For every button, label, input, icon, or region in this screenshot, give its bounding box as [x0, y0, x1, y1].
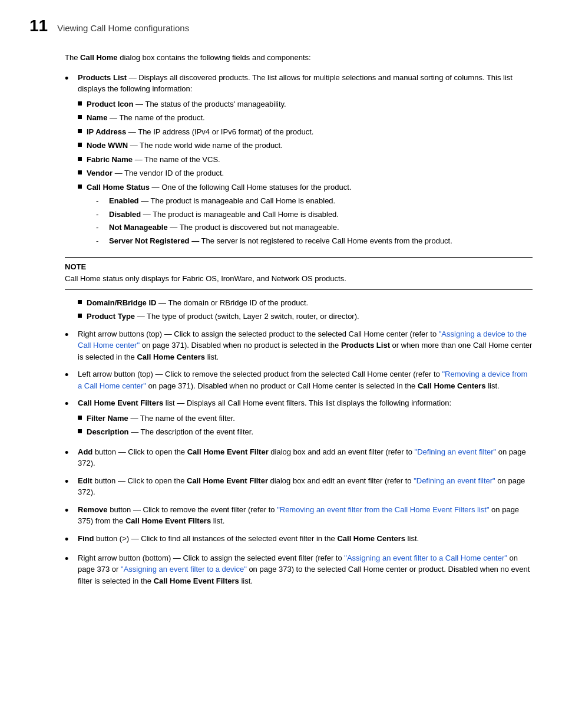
status-enabled: Enabled — The product is manageable and …: [109, 195, 335, 207]
bullet-dot: •: [65, 446, 75, 460]
status-disabled: Disabled — The product is manageable and…: [109, 209, 339, 220]
bullet-dot: •: [65, 368, 75, 382]
bullet-dot: •: [65, 475, 75, 489]
bullet-dot: •: [65, 328, 75, 342]
list-item: Description — The description of the eve…: [78, 426, 533, 438]
list-item: - Not Manageable — The product is discov…: [96, 222, 452, 233]
note-box: NOTE Call Home status only displays for …: [65, 257, 533, 290]
list-item: Product Icon — The status of the product…: [78, 98, 533, 110]
chapter-number: 11: [29, 18, 48, 34]
filter-name-text: Filter Name — The name of the event filt…: [87, 413, 235, 424]
bullet-content: Right arrow buttons (top) — Click to ass…: [78, 328, 533, 363]
sub-item-text: Product Icon — The status of the product…: [87, 98, 286, 110]
list-item: Product Type — The type of product (swit…: [78, 311, 533, 322]
defining-event-filter-link1[interactable]: "Defining an event filter": [415, 447, 497, 456]
dash: -: [96, 235, 105, 247]
list-item: • Find button (>) — Click to find all in…: [65, 533, 533, 546]
list-item: • Right arrow buttons (top) — Click to a…: [65, 328, 533, 363]
domain-product-list: Domain/RBridge ID — The domain or RBridg…: [78, 297, 533, 322]
list-item: - Enabled — The product is manageable an…: [96, 195, 452, 207]
sub-bullet: [78, 115, 82, 119]
note-text: Call Home status only displays for Fabri…: [65, 273, 533, 285]
list-item: IP Address — The IP address (IPv4 or IPv…: [78, 126, 533, 138]
bullet-dot: •: [65, 552, 75, 566]
sub-bullet: [78, 314, 82, 318]
bullet-content: Products List — Displays all discovered …: [78, 72, 533, 252]
assigning-event-filter-device-link[interactable]: "Assigning an event filter to a device": [121, 565, 247, 574]
assigning-device-link[interactable]: "Assigning a device to the Call Home cen…: [78, 330, 527, 350]
products-sub-list: Product Icon — The status of the product…: [78, 98, 533, 249]
dash: -: [96, 209, 105, 220]
sub-item-text: Fabric Name — The name of the VCS.: [87, 154, 220, 166]
bullet-content: Edit button — Click to open the Call Hom…: [78, 475, 533, 498]
list-item: • Add button — Click to open the Call Ho…: [65, 446, 533, 469]
main-bullet-list: • Products List — Displays all discovere…: [65, 72, 533, 252]
list-item: Call Home Status — One of the following …: [78, 182, 533, 249]
intro-paragraph: The Call Home dialog box contains the fo…: [65, 52, 533, 64]
sub-bullet: [78, 129, 82, 133]
product-type-text: Product Type — The type of product (swit…: [87, 311, 359, 322]
event-filters-sub-list: Filter Name — The name of the event filt…: [78, 413, 533, 438]
bullet-content: Call Home Event Filters list — Displays …: [78, 397, 533, 440]
assigning-event-filter-center-link[interactable]: "Assigning an event filter to a Call Hom…: [344, 554, 507, 562]
dash: -: [96, 222, 105, 233]
sub-bullet: [78, 143, 82, 147]
status-server-not-registered: Server Not Registered — The server is no…: [109, 235, 452, 247]
list-item: Fabric Name — The name of the VCS.: [78, 154, 533, 166]
sub-item-text: Node WWN — The node world wide name of t…: [87, 140, 283, 151]
bullet-content: Add button — Click to open the Call Home…: [78, 446, 533, 469]
list-item: Name — The name of the product.: [78, 112, 533, 124]
list-item: • Right arrow button (bottom) — Click to…: [65, 552, 533, 587]
sub-bullet: [78, 416, 82, 420]
sub-bullet: [78, 300, 82, 304]
bullet-content: Right arrow button (bottom) — Click to a…: [78, 552, 533, 587]
list-item: • Edit button — Click to open the Call H…: [65, 475, 533, 498]
list-item: Vendor — The vendor ID of the product.: [78, 167, 533, 179]
bullet-content: Left arrow button (top) — Click to remov…: [78, 368, 533, 391]
list-item: Filter Name — The name of the event filt…: [78, 413, 533, 424]
bullet-dot: •: [65, 72, 75, 85]
list-item: - Disabled — The product is manageable a…: [96, 209, 452, 220]
bullet-dot: •: [65, 504, 75, 518]
domain-rbridge-text: Domain/RBridge ID — The domain or RBridg…: [87, 297, 308, 309]
description-text: Description — The description of the eve…: [87, 426, 253, 438]
callhome-bold: Call Home: [80, 53, 118, 62]
chapter-title: Viewing Call Home configurations: [57, 23, 189, 33]
dash: -: [96, 195, 105, 207]
bullet-dot: •: [65, 397, 75, 411]
sub-bullet: [78, 170, 82, 174]
list-item: • Products List — Displays all discovere…: [65, 72, 533, 252]
bullet-dot: •: [65, 533, 75, 546]
sub-bullet: [78, 157, 82, 161]
note-label: NOTE: [65, 262, 533, 271]
bullet-content: Find button (>) — Click to find all inst…: [78, 533, 533, 545]
list-item: • Remove button — Click to remove the ev…: [65, 504, 533, 527]
status-not-manageable: Not Manageable — The product is discover…: [109, 222, 339, 233]
removing-event-filter-link[interactable]: "Removing an event filter from the Call …: [277, 505, 489, 514]
page-content: The Call Home dialog box contains the fo…: [29, 52, 533, 587]
list-item: • Call Home Event Filters list — Display…: [65, 397, 533, 440]
products-list-label: Products List: [78, 73, 127, 82]
defining-event-filter-link2[interactable]: "Defining an event filter": [414, 476, 495, 485]
sub-item-text: Vendor — The vendor ID of the product.: [87, 167, 224, 179]
sub-item-text: IP Address — The IP address (IPv4 or IPv…: [87, 126, 313, 138]
list-item: Domain/RBridge ID — The domain or RBridg…: [78, 297, 533, 309]
page: 11 Viewing Call Home configurations The …: [0, 0, 562, 728]
sub-item-text: Call Home Status — One of the following …: [87, 182, 452, 249]
sub-item-text: Name — The name of the product.: [87, 112, 205, 124]
remaining-bullet-list: • Right arrow buttons (top) — Click to a…: [65, 328, 533, 587]
sub-bullet: [78, 429, 82, 433]
call-home-status-list: - Enabled — The product is manageable an…: [96, 195, 452, 246]
list-item: - Server Not Registered — The server is …: [96, 235, 452, 247]
sub-bullet: [78, 185, 82, 189]
bullet-content: Remove button — Click to remove the even…: [78, 504, 533, 527]
list-item: • Left arrow button (top) — Click to rem…: [65, 368, 533, 391]
sub-bullet: [78, 101, 82, 106]
page-header: 11 Viewing Call Home configurations: [29, 18, 533, 34]
list-item: Node WWN — The node world wide name of t…: [78, 140, 533, 151]
